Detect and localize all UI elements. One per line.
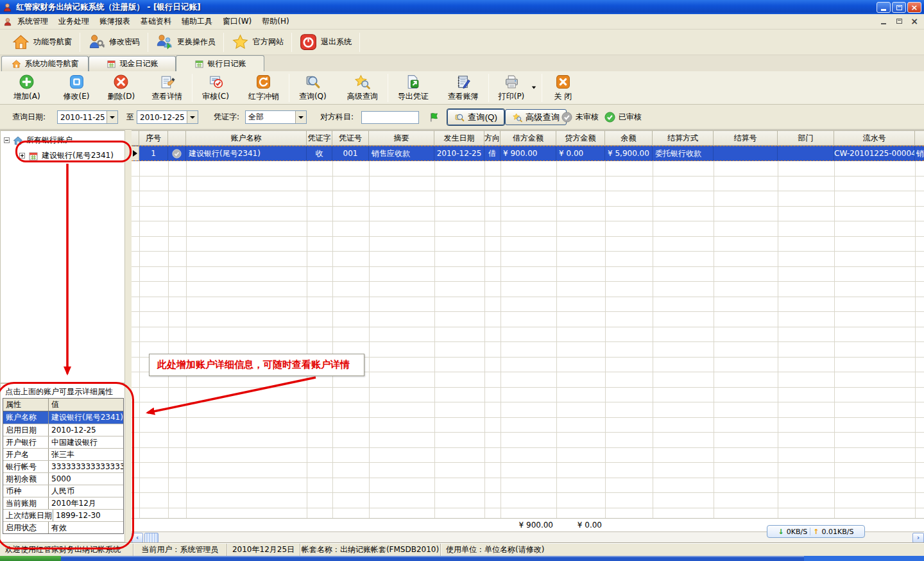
audit-button[interactable]: 审核(C)	[196, 73, 235, 103]
green-flag-icon[interactable]	[429, 112, 440, 123]
property-key: 银行帐号	[3, 461, 49, 472]
dropdown-button[interactable]	[107, 111, 117, 123]
property-row[interactable]: 银行帐号 3333333333333333	[3, 460, 123, 472]
menu-item-reports[interactable]: 账簿报表	[94, 15, 135, 28]
mdi-restore-icon	[896, 19, 902, 24]
advanced-query-button[interactable]: 高级查询	[341, 73, 384, 103]
star-icon	[232, 33, 249, 51]
property-row[interactable]: 启用状态 有效	[3, 521, 123, 533]
grid-header-status[interactable]	[168, 131, 186, 146]
grid-header-department[interactable]: 部门	[778, 131, 834, 146]
to-label: 至	[126, 112, 134, 123]
property-value: 有效	[49, 522, 123, 533]
scroll-left-button[interactable]: ‹	[132, 533, 143, 543]
delete-icon	[113, 74, 129, 90]
close-view-button[interactable]: 关 闭	[546, 73, 579, 103]
exit-system-button[interactable]: 退出系统	[294, 31, 357, 53]
cell-serial: CW-20101225-00004	[834, 146, 915, 160]
official-website-button[interactable]: 官方网站	[226, 31, 289, 53]
collapse-icon[interactable]	[4, 137, 10, 143]
grid-header-seq[interactable]: 序号	[139, 131, 168, 146]
tab-bank-journal[interactable]: 银行日记账	[176, 55, 264, 71]
grid-header-date[interactable]: 发生日期	[434, 131, 484, 146]
opponent-account-input[interactable]	[361, 111, 419, 124]
view-detail-label: 查看详情	[151, 91, 182, 102]
scroll-right-button[interactable]: ›	[912, 533, 924, 543]
row-pointer-icon	[133, 150, 137, 157]
print-dropdown-button[interactable]	[530, 73, 538, 103]
grid-header-debit[interactable]: 借方金额	[501, 131, 556, 146]
property-row[interactable]: 当前账期 2010年12月	[3, 497, 123, 509]
property-row[interactable]: 账户名称 建设银行(尾号2341)	[3, 411, 123, 424]
mdi-close-icon: ×	[911, 17, 918, 25]
view-ledger-button[interactable]: 查看账簿	[442, 73, 484, 103]
voucher-word-combobox[interactable]: 全部	[245, 110, 307, 124]
red-reverse-icon	[255, 74, 271, 90]
switch-operator-label: 更换操作员	[177, 37, 216, 47]
grid-header-voucher-no[interactable]: 凭证号	[332, 131, 369, 146]
grid-header-balance[interactable]: 余额	[605, 131, 653, 146]
legend-unaudited-label: 未审核	[576, 112, 599, 123]
dropdown-button[interactable]	[187, 111, 198, 123]
property-row[interactable]: 开户名 张三丰	[3, 448, 123, 460]
menu-item-system[interactable]: 系统管理	[12, 15, 53, 28]
menu-item-window[interactable]: 窗口(W)	[218, 15, 257, 28]
menu-item-tools[interactable]: 辅助工具	[176, 15, 218, 28]
switch-operator-button[interactable]: 更换操作员	[150, 31, 221, 53]
tab-cash-journal[interactable]: 现金日记账	[89, 56, 176, 71]
property-row[interactable]: 期初余额 5000	[3, 472, 123, 485]
change-password-label: 修改密码	[109, 37, 140, 47]
dropdown-button[interactable]	[295, 111, 306, 123]
status-welcome: 欢迎使用红管家财务出纳记帐系统	[0, 544, 133, 556]
nav-window-button[interactable]: 功能导航窗	[6, 31, 78, 53]
query-button[interactable]: 查询(Q)	[293, 73, 332, 103]
export-voucher-button[interactable]: 导出凭证	[392, 73, 434, 103]
property-hint: 点击上面的账户可显示详细属性	[5, 386, 124, 397]
grid-header-settlement[interactable]: 结算方式	[653, 131, 714, 146]
grid-header-serial[interactable]: 流水号	[834, 131, 915, 146]
tree-item-bank-account[interactable]: 建设银行(尾号2341)	[19, 150, 124, 161]
grid-header-settlement-no[interactable]: 结算号	[714, 131, 778, 146]
menu-item-help[interactable]: 帮助(H)	[257, 15, 294, 28]
close-button[interactable]: ×	[907, 2, 921, 13]
minimize-button[interactable]	[877, 2, 891, 13]
mdi-close-button[interactable]: ×	[910, 17, 919, 26]
mdi-child-icon	[3, 17, 12, 26]
date-from-combobox[interactable]: 2010-11-25	[57, 110, 118, 124]
menu-item-business[interactable]: 业务处理	[53, 15, 94, 28]
journal-row-selected[interactable]: 1 建设银行(尾号2341) 收 001 销售应收款 2010-12-25 借 …	[132, 146, 924, 161]
delete-button[interactable]: 删除(D)	[102, 73, 141, 103]
property-value: 张三丰	[49, 449, 123, 460]
grid-header-direction[interactable]: 方向	[484, 131, 501, 146]
property-row[interactable]: 上次结账日期 1899-12-30	[3, 509, 123, 521]
tree-root-all-accounts[interactable]: 所有银行账户	[4, 135, 124, 146]
query-label: 查询(Q)	[299, 91, 327, 102]
grid-header-voucher-word[interactable]: 凭证字	[307, 131, 332, 146]
tab-system-nav[interactable]: 系统功能导航窗	[1, 56, 89, 71]
advanced-query-submit-button[interactable]: 高级查询	[505, 109, 567, 125]
mdi-minimize-button[interactable]	[879, 17, 888, 26]
date-to-combobox[interactable]: 2010-12-25	[137, 110, 198, 124]
print-button[interactable]: 打印(P)	[493, 73, 531, 103]
red-reverse-button[interactable]: 红字冲销	[243, 73, 285, 103]
property-row[interactable]: 币种 人民币	[3, 485, 123, 497]
mdi-restore-button[interactable]	[894, 17, 903, 26]
grid-header-credit[interactable]: 贷方金额	[556, 131, 605, 146]
grid-empty-area	[132, 161, 924, 518]
menu-item-basedata[interactable]: 基础资料	[135, 15, 176, 28]
cell-date: 2010-12-25	[434, 146, 484, 160]
edit-button[interactable]: 修改(E)	[58, 73, 96, 103]
change-password-button[interactable]: 修改密码	[82, 31, 146, 53]
property-row[interactable]: 启用日期 2010-12-25	[3, 424, 123, 436]
grid-header-summary[interactable]: 摘要	[369, 131, 434, 146]
grid-header-account[interactable]: 账户名称	[186, 131, 307, 146]
mdi-minimize-icon	[881, 23, 886, 24]
scrollbar-thumb[interactable]	[144, 533, 158, 543]
expand-icon[interactable]	[19, 153, 25, 159]
query-submit-button[interactable]: 查询(Q)	[447, 109, 504, 125]
view-detail-button[interactable]: 查看详情	[146, 73, 188, 103]
add-button[interactable]: 增加(A)	[8, 73, 46, 103]
restore-button[interactable]	[892, 2, 906, 13]
property-row[interactable]: 开户银行 中国建设银行	[3, 436, 123, 448]
totals-debit: ¥ 900.00	[501, 519, 556, 531]
